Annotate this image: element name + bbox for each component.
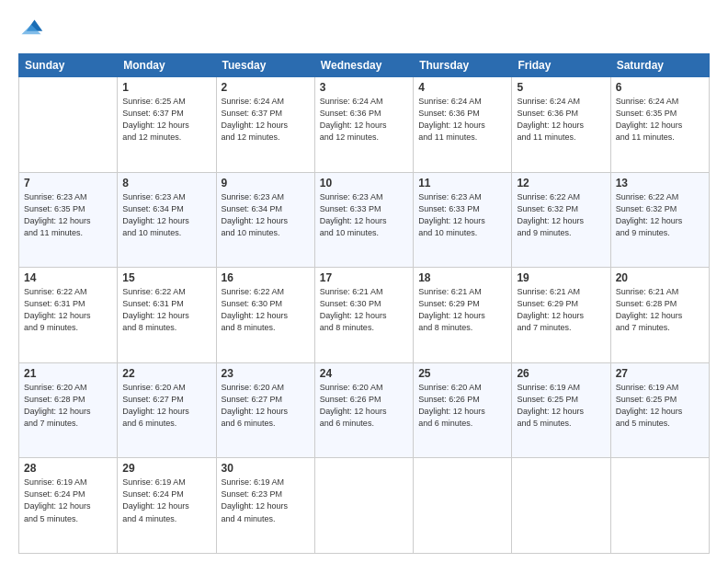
day-info: Sunrise: 6:23 AM Sunset: 6:34 PM Dayligh… xyxy=(122,191,210,239)
day-info: Sunrise: 6:23 AM Sunset: 6:34 PM Dayligh… xyxy=(222,191,310,239)
calendar-cell xyxy=(512,458,610,554)
day-number: 20 xyxy=(616,271,704,284)
day-info: Sunrise: 6:20 AM Sunset: 6:26 PM Dayligh… xyxy=(320,382,408,430)
calendar-header-row: SundayMondayTuesdayWednesdayThursdayFrid… xyxy=(19,54,710,77)
day-number: 26 xyxy=(517,367,605,380)
day-number: 21 xyxy=(24,367,112,380)
day-info: Sunrise: 6:24 AM Sunset: 6:37 PM Dayligh… xyxy=(222,96,310,144)
calendar-cell: 13Sunrise: 6:22 AM Sunset: 6:32 PM Dayli… xyxy=(610,172,709,268)
calendar-header-friday: Friday xyxy=(512,54,610,77)
day-number: 1 xyxy=(122,81,210,94)
calendar-cell xyxy=(414,458,512,554)
day-number: 6 xyxy=(616,81,704,94)
calendar-header-thursday: Thursday xyxy=(414,54,512,77)
calendar-cell: 24Sunrise: 6:20 AM Sunset: 6:26 PM Dayli… xyxy=(314,362,413,458)
day-number: 25 xyxy=(418,367,506,380)
day-number: 9 xyxy=(222,177,310,190)
calendar-cell: 11Sunrise: 6:23 AM Sunset: 6:33 PM Dayli… xyxy=(414,172,512,268)
day-info: Sunrise: 6:24 AM Sunset: 6:36 PM Dayligh… xyxy=(320,96,408,144)
day-info: Sunrise: 6:20 AM Sunset: 6:27 PM Dayligh… xyxy=(122,382,210,430)
calendar-header-monday: Monday xyxy=(118,54,216,77)
header xyxy=(18,17,710,42)
day-number: 11 xyxy=(418,177,506,190)
day-info: Sunrise: 6:20 AM Sunset: 6:27 PM Dayligh… xyxy=(222,382,310,430)
calendar-table: SundayMondayTuesdayWednesdayThursdayFrid… xyxy=(18,53,710,554)
day-info: Sunrise: 6:25 AM Sunset: 6:37 PM Dayligh… xyxy=(122,96,210,144)
calendar-cell: 2Sunrise: 6:24 AM Sunset: 6:37 PM Daylig… xyxy=(216,77,314,173)
day-number: 22 xyxy=(122,367,210,380)
day-number: 3 xyxy=(320,81,408,94)
day-number: 27 xyxy=(616,367,704,380)
day-info: Sunrise: 6:19 AM Sunset: 6:25 PM Dayligh… xyxy=(517,382,605,430)
day-number: 15 xyxy=(122,271,210,284)
calendar-cell: 16Sunrise: 6:22 AM Sunset: 6:30 PM Dayli… xyxy=(216,268,314,363)
logo xyxy=(18,17,48,42)
logo-icon xyxy=(18,17,44,42)
calendar-cell xyxy=(610,458,709,554)
calendar-cell: 30Sunrise: 6:19 AM Sunset: 6:23 PM Dayli… xyxy=(216,458,314,554)
day-info: Sunrise: 6:19 AM Sunset: 6:24 PM Dayligh… xyxy=(122,477,210,524)
calendar-cell: 19Sunrise: 6:21 AM Sunset: 6:29 PM Dayli… xyxy=(512,268,610,363)
day-number: 7 xyxy=(24,177,112,190)
calendar-week-row: 14Sunrise: 6:22 AM Sunset: 6:31 PM Dayli… xyxy=(19,268,710,363)
day-number: 18 xyxy=(418,271,506,284)
calendar-cell: 23Sunrise: 6:20 AM Sunset: 6:27 PM Dayli… xyxy=(216,362,314,458)
calendar-header-tuesday: Tuesday xyxy=(216,54,314,77)
calendar-cell: 29Sunrise: 6:19 AM Sunset: 6:24 PM Dayli… xyxy=(118,458,216,554)
day-info: Sunrise: 6:23 AM Sunset: 6:33 PM Dayligh… xyxy=(418,191,506,239)
calendar-header-sunday: Sunday xyxy=(19,54,118,77)
day-number: 19 xyxy=(517,271,605,284)
calendar-week-row: 7Sunrise: 6:23 AM Sunset: 6:35 PM Daylig… xyxy=(19,172,710,268)
day-info: Sunrise: 6:21 AM Sunset: 6:28 PM Dayligh… xyxy=(616,286,704,334)
day-info: Sunrise: 6:24 AM Sunset: 6:36 PM Dayligh… xyxy=(517,96,605,144)
calendar-cell: 18Sunrise: 6:21 AM Sunset: 6:29 PM Dayli… xyxy=(414,268,512,363)
calendar-cell: 10Sunrise: 6:23 AM Sunset: 6:33 PM Dayli… xyxy=(314,172,413,268)
day-info: Sunrise: 6:22 AM Sunset: 6:32 PM Dayligh… xyxy=(517,191,605,239)
day-number: 17 xyxy=(320,271,408,284)
calendar-week-row: 28Sunrise: 6:19 AM Sunset: 6:24 PM Dayli… xyxy=(19,458,710,554)
day-number: 2 xyxy=(222,81,310,94)
calendar-week-row: 21Sunrise: 6:20 AM Sunset: 6:28 PM Dayli… xyxy=(19,362,710,458)
calendar-cell: 14Sunrise: 6:22 AM Sunset: 6:31 PM Dayli… xyxy=(19,268,118,363)
calendar-cell: 4Sunrise: 6:24 AM Sunset: 6:36 PM Daylig… xyxy=(414,77,512,173)
day-info: Sunrise: 6:21 AM Sunset: 6:30 PM Dayligh… xyxy=(320,286,408,334)
calendar-cell: 15Sunrise: 6:22 AM Sunset: 6:31 PM Dayli… xyxy=(118,268,216,363)
day-info: Sunrise: 6:24 AM Sunset: 6:36 PM Dayligh… xyxy=(418,96,506,144)
day-number: 14 xyxy=(24,271,112,284)
calendar-cell: 27Sunrise: 6:19 AM Sunset: 6:25 PM Dayli… xyxy=(610,362,709,458)
day-info: Sunrise: 6:23 AM Sunset: 6:35 PM Dayligh… xyxy=(24,191,112,239)
calendar-header-wednesday: Wednesday xyxy=(314,54,413,77)
calendar-cell: 25Sunrise: 6:20 AM Sunset: 6:26 PM Dayli… xyxy=(414,362,512,458)
day-info: Sunrise: 6:19 AM Sunset: 6:23 PM Dayligh… xyxy=(222,477,310,524)
calendar-cell: 26Sunrise: 6:19 AM Sunset: 6:25 PM Dayli… xyxy=(512,362,610,458)
day-number: 5 xyxy=(517,81,605,94)
day-number: 8 xyxy=(122,177,210,190)
day-info: Sunrise: 6:19 AM Sunset: 6:25 PM Dayligh… xyxy=(616,382,704,430)
calendar-cell: 9Sunrise: 6:23 AM Sunset: 6:34 PM Daylig… xyxy=(216,172,314,268)
calendar-cell xyxy=(19,77,118,173)
calendar-cell: 22Sunrise: 6:20 AM Sunset: 6:27 PM Dayli… xyxy=(118,362,216,458)
day-number: 10 xyxy=(320,177,408,190)
calendar-cell: 6Sunrise: 6:24 AM Sunset: 6:35 PM Daylig… xyxy=(610,77,709,173)
day-number: 13 xyxy=(616,177,704,190)
day-info: Sunrise: 6:24 AM Sunset: 6:35 PM Dayligh… xyxy=(616,96,704,144)
day-number: 12 xyxy=(517,177,605,190)
day-info: Sunrise: 6:21 AM Sunset: 6:29 PM Dayligh… xyxy=(517,286,605,334)
calendar-cell: 28Sunrise: 6:19 AM Sunset: 6:24 PM Dayli… xyxy=(19,458,118,554)
day-number: 23 xyxy=(222,367,310,380)
page: SundayMondayTuesdayWednesdayThursdayFrid… xyxy=(0,0,728,563)
day-info: Sunrise: 6:22 AM Sunset: 6:31 PM Dayligh… xyxy=(24,286,112,334)
day-info: Sunrise: 6:20 AM Sunset: 6:26 PM Dayligh… xyxy=(418,382,506,430)
calendar-cell: 3Sunrise: 6:24 AM Sunset: 6:36 PM Daylig… xyxy=(314,77,413,173)
day-info: Sunrise: 6:22 AM Sunset: 6:31 PM Dayligh… xyxy=(122,286,210,334)
calendar-cell: 8Sunrise: 6:23 AM Sunset: 6:34 PM Daylig… xyxy=(118,172,216,268)
calendar-cell: 17Sunrise: 6:21 AM Sunset: 6:30 PM Dayli… xyxy=(314,268,413,363)
day-info: Sunrise: 6:20 AM Sunset: 6:28 PM Dayligh… xyxy=(24,382,112,430)
day-info: Sunrise: 6:22 AM Sunset: 6:32 PM Dayligh… xyxy=(616,191,704,239)
day-info: Sunrise: 6:19 AM Sunset: 6:24 PM Dayligh… xyxy=(24,477,112,524)
calendar-cell: 20Sunrise: 6:21 AM Sunset: 6:28 PM Dayli… xyxy=(610,268,709,363)
day-number: 16 xyxy=(222,271,310,284)
day-info: Sunrise: 6:21 AM Sunset: 6:29 PM Dayligh… xyxy=(418,286,506,334)
day-info: Sunrise: 6:22 AM Sunset: 6:30 PM Dayligh… xyxy=(222,286,310,334)
calendar-header-saturday: Saturday xyxy=(610,54,709,77)
